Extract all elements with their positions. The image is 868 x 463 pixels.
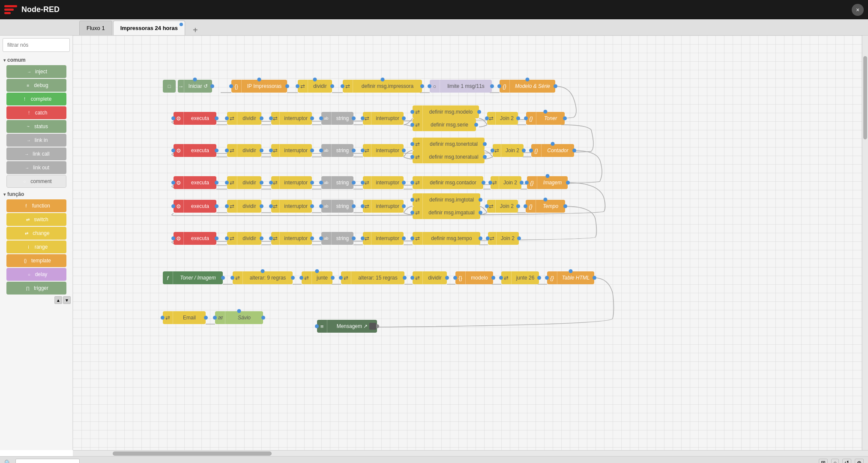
- flow-node-interruptor6a[interactable]: ⇄ interruptor: [271, 232, 312, 245]
- scroll-up-btn[interactable]: ▲: [54, 296, 62, 304]
- flow-node-dividir3[interactable]: ⇄ dividir: [227, 144, 261, 157]
- tab-add-button[interactable]: +: [189, 25, 201, 35]
- node-function[interactable]: f function: [6, 199, 66, 212]
- flow-node-def-serie[interactable]: ⇄ definir msg.serie: [413, 118, 476, 131]
- search-input-bottom[interactable]: [15, 459, 80, 463]
- flow-node-interruptor2a[interactable]: ⇄ interruptor: [271, 112, 312, 125]
- vertical-scrollbar[interactable]: [862, 36, 868, 450]
- flow-node-toner-imagem[interactable]: f Toner / Imagem: [163, 271, 223, 284]
- layout-refresh-btn[interactable]: ↺: [842, 459, 851, 463]
- node-linkcall[interactable]: → link call: [6, 147, 66, 160]
- node-catch[interactable]: ! catch: [6, 106, 66, 119]
- node-switch[interactable]: ⇄ switch: [6, 213, 66, 226]
- node-change[interactable]: ⇄ change: [6, 227, 66, 240]
- flow-node-def-tonertotal[interactable]: ⇄ definir msg.tonertotal: [413, 138, 485, 150]
- port-out: [215, 181, 218, 185]
- tab-impressoras[interactable]: Impressoras 24 horas: [113, 21, 185, 35]
- flow-node-alterar15[interactable]: ⇄ alterar: 15 regras: [341, 271, 404, 284]
- node-template[interactable]: {} template: [6, 254, 66, 267]
- flow-node-modelo-serie[interactable]: {} Modelo & Série: [500, 80, 555, 93]
- port-in: [319, 237, 323, 241]
- flow-node-interruptor6b[interactable]: ⇄ interruptor: [363, 232, 404, 245]
- flow-node-string3[interactable]: ab string: [321, 144, 353, 157]
- canvas[interactable]: □ → Iniciar ↺ {} IP Impressoras ⇄ dividi…: [73, 36, 868, 450]
- flow-node-string4[interactable]: ab string: [321, 176, 353, 189]
- flow-node-interruptor4a[interactable]: ⇄ interruptor: [271, 176, 312, 189]
- node-trigger[interactable]: ∏ trigger: [6, 282, 66, 295]
- flow-node-dividir6[interactable]: ⇄ dividir: [227, 232, 261, 245]
- flow-node-join2a[interactable]: ⇄ Join 2: [487, 112, 518, 125]
- node-inject[interactable]: → inject: [6, 65, 66, 78]
- node-range[interactable]: i range: [6, 241, 66, 253]
- flow-node-string6[interactable]: ab string: [321, 232, 353, 245]
- flow-node-def-imgtotal[interactable]: ⇄ definir msg.imgtotal: [413, 193, 480, 206]
- flow-node-def-tempo[interactable]: ⇄ definir msg.tempo: [413, 232, 480, 245]
- flow-node-tempo[interactable]: {} Tempo: [526, 200, 565, 213]
- flow-node-definir-impressora[interactable]: ⇄ definir msg.impressora: [343, 80, 422, 93]
- flow-node-def-imgatual[interactable]: ⇄ definir msg.imgatual: [413, 206, 480, 219]
- flow-node-executa4[interactable]: ⚙ executa: [174, 200, 216, 213]
- flow-node-modelo-b[interactable]: {} modelo: [455, 271, 493, 284]
- flow-node-join2d[interactable]: ⇄ Join 2: [487, 200, 518, 213]
- flow-node-dividir1[interactable]: ⇄ dividir: [298, 80, 332, 93]
- horizontal-scrollbar[interactable]: [73, 450, 868, 456]
- flow-node-interruptor3b[interactable]: ⇄ interruptor: [363, 144, 404, 157]
- flow-node-executa2[interactable]: ⚙ executa: [174, 144, 216, 157]
- filter-input[interactable]: [3, 38, 70, 52]
- flow-node-savio[interactable]: ✉ Sávio: [215, 311, 263, 324]
- flow-node-dividir4[interactable]: ⇄ dividir: [227, 176, 261, 189]
- flow-node-ip-impressoras[interactable]: {} IP Impressoras: [231, 80, 287, 93]
- flow-node-executa1[interactable]: ⚙ executa: [174, 112, 216, 125]
- flow-node-dividir-b[interactable]: ⇄ dividir: [413, 271, 447, 284]
- tab-fluxo1[interactable]: Fluxo 1: [79, 21, 112, 35]
- layout-grid-btn[interactable]: ⊞: [819, 459, 828, 463]
- section-funcao-title: função: [0, 189, 72, 198]
- int3b-label: interruptor: [371, 147, 404, 153]
- close-button[interactable]: ×: [852, 4, 864, 16]
- flow-node-def-modelo[interactable]: ⇄ definir msg.modelo: [413, 105, 479, 118]
- flow-node-alterar9[interactable]: ⇄ alterar: 9 regras: [233, 271, 293, 284]
- flow-node-string5[interactable]: ab string: [321, 200, 353, 213]
- flow-node-iniciar[interactable]: → Iniciar ↺: [178, 80, 212, 93]
- function-icon2: f: [163, 271, 173, 284]
- node-debug[interactable]: ≡ debug: [6, 79, 66, 92]
- port-out: [352, 117, 356, 120]
- flow-node-executa5[interactable]: ⚙ executa: [174, 232, 216, 245]
- flow-node-contador[interactable]: {} Contador: [531, 144, 574, 157]
- node-status[interactable]: ~ status: [6, 120, 66, 133]
- flow-node-join2c[interactable]: ⇄ Join 2: [491, 176, 521, 189]
- flow-node-limite[interactable]: ○ limite 1 msg/11s: [430, 80, 492, 93]
- scroll-down-btn[interactable]: ▼: [63, 296, 71, 304]
- flow-node-join2b[interactable]: ⇄ Join 2: [493, 144, 524, 157]
- string2-label: string: [332, 115, 353, 121]
- flow-node-string2[interactable]: ab string: [321, 112, 353, 125]
- flow-node-junte26[interactable]: ⇄ junte 26: [501, 271, 539, 284]
- flow-node-mensagem[interactable]: ≡ Mensagem ↗: [317, 320, 377, 333]
- node-linkout[interactable]: → link out: [6, 161, 66, 174]
- flow-node-junte1[interactable]: ⇄ junte: [302, 271, 332, 284]
- node-complete[interactable]: ! complete: [6, 93, 66, 105]
- flow-node-dividir5[interactable]: ⇄ dividir: [227, 200, 261, 213]
- flow-node-dividir2[interactable]: ⇄ dividir: [227, 112, 261, 125]
- flow-node-imagem[interactable]: {} Imagem: [527, 176, 568, 189]
- flow-node-interruptor3a[interactable]: ⇄ interruptor: [271, 144, 312, 157]
- node-linkin[interactable]: → link in: [6, 134, 66, 147]
- node-checkbox[interactable]: □: [163, 80, 176, 93]
- layout-circle-btn[interactable]: ○: [831, 459, 839, 463]
- flow-node-table-html[interactable]: {} Table HTML: [547, 271, 594, 284]
- flow-node-email[interactable]: ⇄ Email: [163, 311, 206, 324]
- int6b-label: interruptor: [371, 235, 404, 241]
- flow-node-def-contador[interactable]: ⇄ definir msg.contador: [413, 176, 483, 189]
- flow-node-join2e[interactable]: ⇄ Join 2: [488, 232, 519, 245]
- flow-node-interruptor2b[interactable]: ⇄ interruptor: [363, 112, 404, 125]
- node-delay[interactable]: ○ delay: [6, 268, 66, 281]
- flow-node-interruptor5b[interactable]: ⇄ interruptor: [363, 200, 404, 213]
- node-comment[interactable]: ○ comment: [6, 175, 66, 188]
- flow-node-executa3[interactable]: ⚙ executa: [174, 176, 216, 189]
- int4a-label: interruptor: [280, 180, 312, 186]
- layout-plus-btn[interactable]: ⊕: [855, 459, 864, 463]
- flow-node-interruptor4b[interactable]: ⇄ interruptor: [363, 176, 404, 189]
- flow-node-def-toneratual[interactable]: ⇄ definir msg.toneratual: [413, 150, 485, 163]
- flow-node-toner[interactable]: {} Toner: [526, 112, 565, 125]
- flow-node-interruptor5a[interactable]: ⇄ interruptor: [271, 200, 312, 213]
